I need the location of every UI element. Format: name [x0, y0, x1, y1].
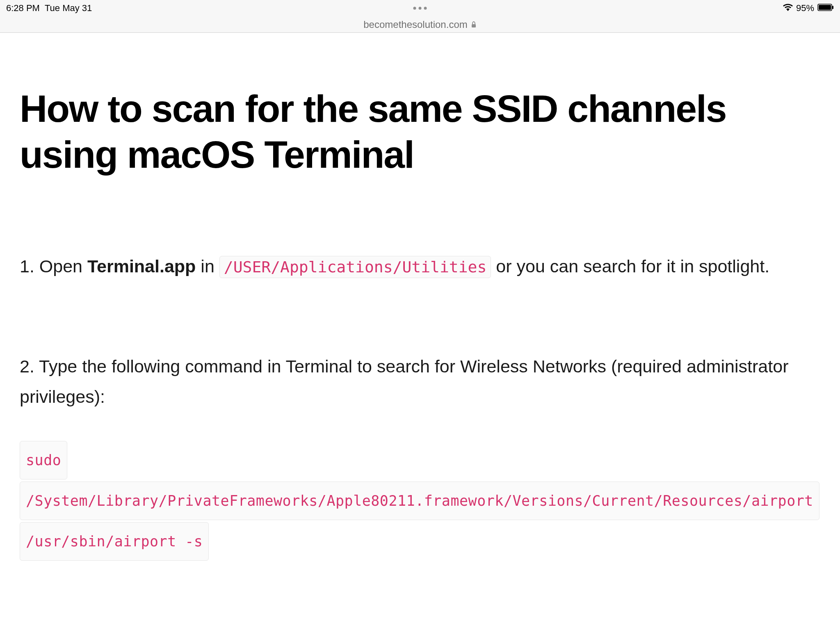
code-line-1: sudo	[20, 441, 67, 479]
svg-rect-3	[472, 24, 476, 27]
wifi-icon	[783, 3, 793, 14]
dot-icon	[413, 7, 416, 10]
url-text: becomethesolution.com	[363, 19, 467, 30]
code-block: sudo /System/Library/PrivateFrameworks/A…	[20, 441, 820, 561]
step-2: 2. Type the following command in Termina…	[20, 352, 820, 412]
browser-url-bar[interactable]: becomethesolution.com	[0, 16, 840, 33]
status-right: 95%	[783, 3, 834, 14]
step1-mid: in	[196, 256, 219, 276]
status-date: Tue May 31	[45, 3, 92, 14]
status-bar: 6:28 PM Tue May 31 95%	[0, 0, 840, 16]
status-time: 6:28 PM	[6, 3, 40, 14]
status-left: 6:28 PM Tue May 31	[6, 3, 92, 14]
code-line-3: /usr/sbin/airport -s	[20, 522, 209, 561]
tabs-indicator[interactable]	[413, 7, 427, 10]
step1-prefix: 1. Open	[20, 256, 87, 276]
lock-icon	[471, 19, 477, 30]
article-title: How to scan for the same SSID channels u…	[20, 86, 820, 178]
svg-rect-1	[819, 5, 831, 10]
step1-path-code: /USER/Applications/Utilities	[219, 256, 491, 278]
article-content: How to scan for the same SSID channels u…	[0, 33, 840, 582]
battery-percentage: 95%	[796, 3, 814, 14]
svg-rect-2	[832, 6, 833, 9]
step1-app-name: Terminal.app	[87, 256, 196, 276]
dot-icon	[424, 7, 427, 10]
dot-icon	[419, 7, 422, 10]
step-1: 1. Open Terminal.app in /USER/Applicatio…	[20, 251, 820, 282]
step1-suffix: or you can search for it in spotlight.	[491, 256, 769, 276]
code-line-2: /System/Library/PrivateFrameworks/Apple8…	[20, 482, 819, 520]
battery-icon	[817, 3, 834, 14]
